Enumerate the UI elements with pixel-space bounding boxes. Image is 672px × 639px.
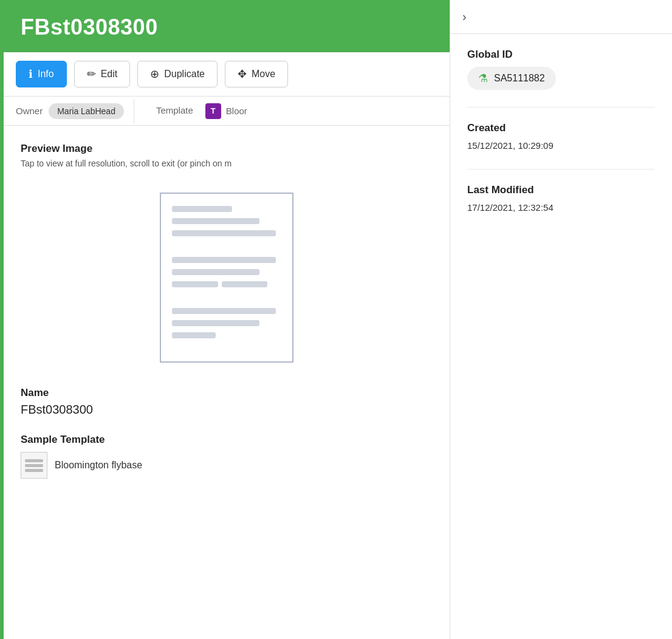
move-button[interactable]: ✥ Move bbox=[225, 61, 288, 87]
flask-icon: ⚗ bbox=[478, 72, 488, 85]
sample-template-section: Sample Template Bloomington flybase bbox=[21, 434, 433, 479]
page-title: FBst0308300 bbox=[21, 15, 158, 39]
template-value: Bloor bbox=[226, 106, 247, 116]
duplicate-label: Duplicate bbox=[164, 69, 205, 80]
preview-image-section: Preview Image Tap to view at full resolu… bbox=[21, 143, 433, 381]
duplicate-button[interactable]: ⊕ Duplicate bbox=[137, 61, 218, 87]
toolbar: ℹ Info ✏ Edit ⊕ Duplicate ✥ Move bbox=[4, 52, 450, 97]
divider-2 bbox=[467, 169, 655, 169]
tab-divider bbox=[134, 99, 134, 123]
thumb-line-3 bbox=[25, 469, 43, 472]
last-modified-value: 17/12/2021, 12:32:54 bbox=[467, 202, 655, 213]
move-icon: ✥ bbox=[238, 67, 247, 81]
template-label: Template bbox=[156, 105, 193, 115]
doc-line-5 bbox=[172, 269, 259, 275]
preview-subtitle: Tap to view at full resolution, scroll t… bbox=[21, 159, 433, 168]
doc-line-6b bbox=[222, 281, 268, 287]
doc-line-6a bbox=[172, 281, 218, 287]
thumb-line-2 bbox=[25, 464, 43, 467]
template-thumbnail bbox=[21, 452, 47, 479]
doc-line-1 bbox=[172, 206, 232, 212]
global-id-value: SA5111882 bbox=[494, 73, 545, 84]
name-value: FBst0308300 bbox=[21, 403, 433, 417]
move-label: Move bbox=[252, 69, 275, 80]
preview-document bbox=[160, 193, 293, 363]
doc-line-7 bbox=[172, 308, 276, 314]
right-panel: › Global ID ⚗ SA5111882 Created 15/12/20… bbox=[450, 0, 672, 639]
info-icon: ℹ bbox=[29, 67, 33, 81]
last-modified-label: Last Modified bbox=[467, 184, 655, 196]
preview-image-container[interactable] bbox=[21, 180, 433, 381]
doc-line-2 bbox=[172, 218, 259, 224]
doc-line-8 bbox=[172, 320, 259, 326]
preview-title: Preview Image bbox=[21, 143, 433, 155]
header-section: FBst0308300 bbox=[4, 0, 450, 52]
doc-line-9 bbox=[172, 332, 216, 338]
doc-line-3 bbox=[172, 230, 276, 236]
thumb-line-1 bbox=[25, 459, 43, 462]
duplicate-icon: ⊕ bbox=[150, 67, 159, 81]
created-value: 15/12/2021, 10:29:09 bbox=[467, 140, 655, 151]
global-id-label: Global ID bbox=[467, 49, 655, 61]
info-label: Info bbox=[38, 69, 54, 80]
created-label: Created bbox=[467, 122, 655, 134]
doc-line-4 bbox=[172, 257, 276, 263]
name-section: Name FBst0308300 bbox=[21, 387, 433, 417]
right-content: Global ID ⚗ SA5111882 Created 15/12/2021… bbox=[450, 34, 672, 639]
edit-label: Edit bbox=[101, 69, 118, 80]
right-panel-header: › bbox=[450, 0, 672, 34]
owner-label: Owner bbox=[16, 97, 49, 125]
name-label: Name bbox=[21, 387, 433, 399]
sample-template-value: Bloomington flybase bbox=[55, 460, 142, 471]
sample-template-content: Bloomington flybase bbox=[21, 452, 433, 479]
global-id-badge: ⚗ SA5111882 bbox=[467, 67, 556, 90]
edit-icon: ✏ bbox=[87, 67, 96, 81]
left-panel: FBst0308300 ℹ Info ✏ Edit ⊕ Duplicate ✥ … bbox=[0, 0, 450, 639]
template-tab[interactable]: Template bbox=[144, 97, 205, 125]
template-type-icon: T bbox=[205, 103, 221, 119]
collapse-button[interactable]: › bbox=[462, 10, 467, 24]
edit-button[interactable]: ✏ Edit bbox=[74, 61, 131, 87]
sample-template-label: Sample Template bbox=[21, 434, 433, 446]
divider-1 bbox=[467, 107, 655, 108]
info-button[interactable]: ℹ Info bbox=[16, 61, 67, 87]
content-area: Preview Image Tap to view at full resolu… bbox=[4, 126, 450, 639]
tabs-row: Owner Maria LabHead Template T Bloor bbox=[4, 97, 450, 126]
owner-badge[interactable]: Maria LabHead bbox=[49, 103, 124, 119]
